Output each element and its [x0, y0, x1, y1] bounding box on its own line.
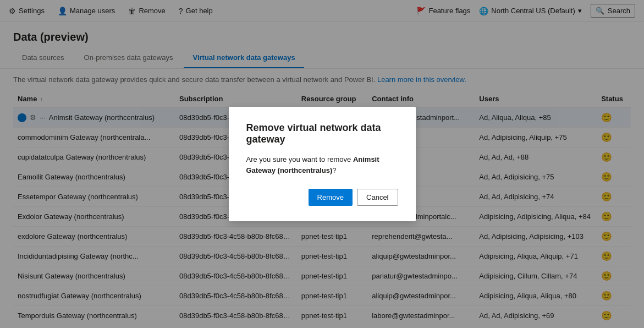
modal-cancel-button[interactable]: Cancel [357, 189, 398, 206]
modal-buttons: Remove Cancel [246, 189, 398, 206]
modal-title: Remove virtual network data gateway [246, 122, 398, 145]
remove-modal: Remove virtual network data gateway Are … [229, 107, 416, 221]
modal-body: Are you sure you want to remove Animsit … [246, 154, 398, 176]
modal-body-prefix: Are you sure you want to remove [246, 155, 353, 163]
modal-overlay[interactable]: Remove virtual network data gateway Are … [0, 0, 644, 321]
modal-body-suffix: ? [332, 166, 336, 174]
modal-remove-button[interactable]: Remove [309, 189, 353, 206]
